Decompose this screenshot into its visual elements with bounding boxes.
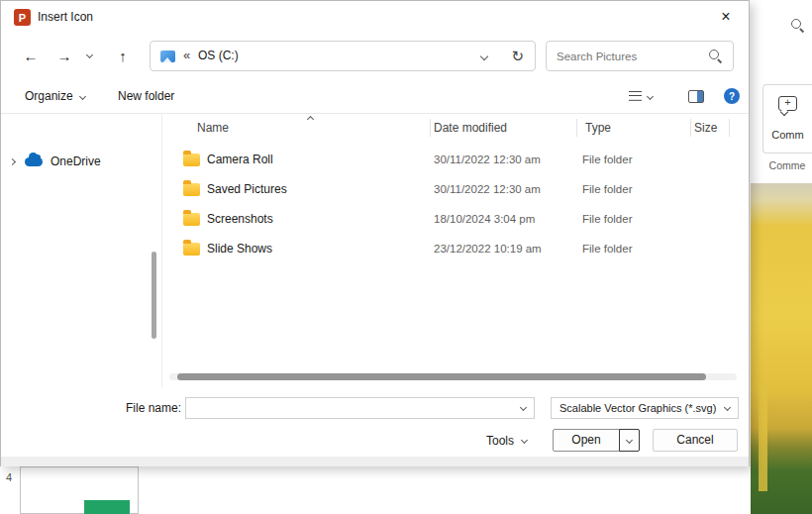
view-options-button[interactable]: [629, 79, 653, 113]
horizontal-scrollbar[interactable]: [169, 373, 737, 380]
powerpoint-window: Comm Comme 4 P Insert Icon × ← → ↑ « OS: [0, 0, 812, 514]
photo-detail: [759, 381, 767, 490]
open-dropdown-button[interactable]: [619, 429, 640, 452]
recent-locations-chevron[interactable]: [86, 51, 93, 58]
powerpoint-icon-letter: P: [19, 12, 26, 24]
folder-icon: [183, 243, 200, 256]
file-row[interactable]: Saved Pictures 30/11/2022 12:30 am File …: [163, 174, 751, 204]
file-type: File folder: [582, 145, 633, 174]
organize-menu[interactable]: Organize: [25, 79, 85, 113]
column-divider: [430, 119, 431, 137]
file-date: 18/10/2024 3:04 pm: [434, 204, 535, 234]
open-label: Open: [554, 430, 619, 451]
expand-chevron-icon[interactable]: [9, 157, 16, 164]
dialog-title: Insert Icon: [38, 1, 93, 33]
dialog-body: OneDrive Name Date modified Type Size: [1, 114, 749, 387]
folder-icon: [183, 183, 200, 196]
file-date: 30/11/2022 12:30 am: [434, 145, 541, 174]
tools-label: Tools: [486, 434, 514, 448]
search-icon: [709, 50, 723, 63]
file-name: Screenshots: [207, 204, 273, 234]
onedrive-icon: [25, 157, 43, 166]
ribbon-background: Comm Comme: [751, 0, 812, 514]
back-button[interactable]: ←: [20, 45, 42, 66]
slide-panel-background: 4: [0, 466, 751, 514]
comments-group-label: Comme: [762, 159, 812, 171]
chevron-down-icon: [79, 92, 86, 99]
comment-icon: [778, 96, 797, 111]
open-button[interactable]: Open: [553, 429, 640, 452]
file-type: File folder: [582, 174, 633, 204]
search-box: [546, 41, 734, 71]
help-icon: ?: [729, 91, 735, 102]
search-input[interactable]: [547, 42, 703, 70]
column-header-name[interactable]: Name: [197, 114, 229, 142]
cancel-label: Cancel: [676, 433, 713, 447]
new-folder-label: New folder: [118, 89, 174, 103]
folder-icon: [183, 213, 200, 226]
file-name-dropdown-chevron[interactable]: [520, 404, 527, 411]
file-name-label: File name:: [118, 397, 181, 419]
file-name-combobox: [185, 397, 535, 419]
dialog-bottom-strip: [1, 457, 749, 466]
navigation-pane: OneDrive: [1, 114, 162, 387]
file-row[interactable]: Camera Roll 30/11/2022 12:30 am File fol…: [163, 145, 751, 174]
close-icon: ×: [721, 8, 730, 26]
column-headers: Name Date modified Type Size: [163, 114, 751, 142]
horizontal-scrollbar-thumb[interactable]: [177, 373, 706, 380]
onedrive-label: OneDrive: [51, 154, 101, 168]
breadcrumb-collapse[interactable]: «: [183, 48, 190, 62]
column-header-type[interactable]: Type: [585, 114, 611, 142]
slide-photo: [751, 183, 812, 514]
refresh-icon[interactable]: ↻: [511, 46, 524, 67]
chevron-down-icon: [521, 437, 528, 444]
column-divider: [729, 119, 730, 137]
up-button[interactable]: ↑: [112, 45, 134, 66]
chevron-down-icon: [647, 92, 654, 99]
file-name-input[interactable]: [186, 398, 513, 418]
navigation-bar: ← → ↑ « OS (C:) ↻: [1, 33, 749, 79]
file-row[interactable]: Slide Shows 23/12/2022 10:19 am File fol…: [163, 234, 751, 263]
new-folder-button[interactable]: New folder: [118, 79, 174, 113]
column-header-date[interactable]: Date modified: [434, 114, 507, 142]
forward-button[interactable]: →: [53, 45, 75, 66]
column-header-size[interactable]: Size: [694, 114, 717, 142]
new-comment-button[interactable]: Comm: [762, 84, 812, 154]
chevron-down-icon: [626, 437, 633, 444]
file-type: File folder: [582, 234, 633, 263]
command-bar: Organize New folder ?: [1, 79, 749, 114]
file-type-value: Scalable Vector Graphics (*.svg): [559, 398, 716, 418]
close-button[interactable]: ×: [703, 1, 749, 33]
powerpoint-icon: P: [14, 9, 31, 26]
search-icon: [791, 19, 805, 33]
dialog-titlebar: P Insert Icon ×: [1, 1, 749, 33]
file-type-select[interactable]: Scalable Vector Graphics (*.svg): [551, 397, 739, 419]
column-divider: [690, 119, 691, 137]
folder-icon: [183, 154, 200, 166]
file-rows: Camera Roll 30/11/2022 12:30 am File fol…: [163, 145, 751, 263]
file-name: Saved Pictures: [207, 174, 287, 204]
sidebar-item-onedrive[interactable]: OneDrive: [1, 150, 161, 173]
help-button[interactable]: ?: [724, 88, 740, 104]
file-list: Name Date modified Type Size Camera Roll…: [163, 114, 751, 387]
file-date: 30/11/2022 12:30 am: [434, 174, 541, 204]
address-bar[interactable]: « OS (C:) ↻: [150, 41, 536, 71]
cancel-button[interactable]: Cancel: [653, 429, 738, 452]
column-divider: [576, 119, 577, 137]
breadcrumb-drive[interactable]: OS (C:): [198, 42, 239, 70]
file-date: 23/12/2022 10:19 am: [434, 234, 542, 263]
address-dropdown-chevron[interactable]: [480, 52, 488, 60]
preview-pane-button[interactable]: [688, 79, 704, 113]
slide-thumbnail[interactable]: [20, 466, 139, 514]
ribbon-search-button[interactable]: [786, 14, 810, 38]
insert-icon-dialog: P Insert Icon × ← → ↑ « OS (C:) ↻ Or: [0, 0, 750, 466]
chevron-down-icon: [724, 404, 731, 411]
pictures-icon: [160, 51, 175, 62]
file-type: File folder: [582, 204, 633, 234]
file-name: Slide Shows: [207, 234, 272, 263]
slide-number: 4: [6, 471, 12, 483]
thumbnail-content: [84, 500, 130, 514]
tools-menu[interactable]: Tools: [486, 429, 527, 452]
file-row[interactable]: Screenshots 18/10/2024 3:04 pm File fold…: [163, 204, 751, 234]
sidebar-scrollbar[interactable]: [152, 252, 156, 339]
